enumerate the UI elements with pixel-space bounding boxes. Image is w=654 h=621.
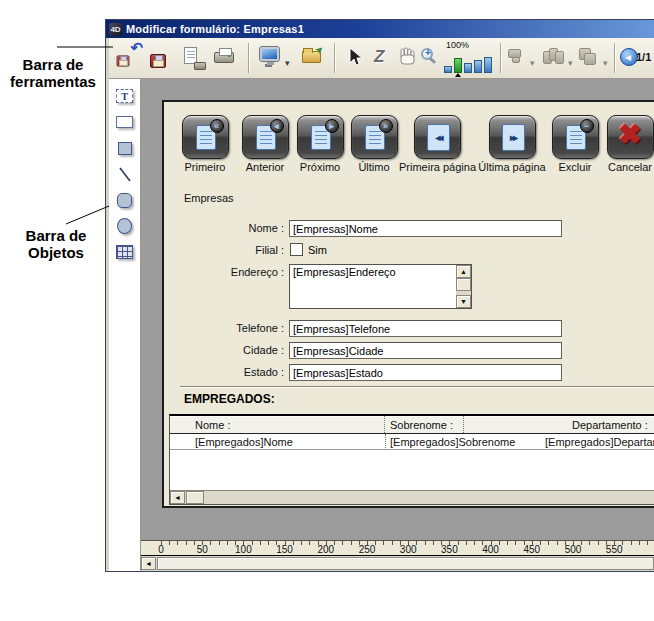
ruler-mark: 550 xyxy=(606,544,623,555)
app-icon-4d: 4D xyxy=(109,23,122,36)
toolbar-separator xyxy=(334,43,335,73)
ruler-mark: 400 xyxy=(482,544,499,555)
nav-button-label: Excluir xyxy=(549,161,601,173)
scrollbar-thumb[interactable] xyxy=(456,278,471,291)
ruler-mark: 500 xyxy=(565,544,582,555)
distribute-icon[interactable] xyxy=(541,45,565,71)
telefone-field[interactable] xyxy=(289,320,562,337)
pointer-icon[interactable] xyxy=(342,45,368,71)
nav-button-excluir[interactable]: − Excluir xyxy=(549,115,601,173)
save-icon[interactable] xyxy=(147,45,173,71)
page-first-icon: ◂◂ xyxy=(427,124,450,151)
nav-button-anterior[interactable]: ◂ Anterior xyxy=(240,115,290,173)
annotation-objects-line1: Barra de xyxy=(8,227,104,244)
scroll-left-icon[interactable] xyxy=(141,557,156,570)
toolbar: 100% 1/1 xyxy=(109,38,654,79)
nav-button-label: Anterior xyxy=(240,161,290,173)
ruler-mark: 450 xyxy=(523,544,540,555)
empregados-table-header: Nome : Sobrenome : Departamento : xyxy=(170,416,654,434)
object-bar: T xyxy=(109,79,141,571)
form-page[interactable]: « Primeiro ◂ Anterior ▸ Próximo » Últi xyxy=(162,100,654,508)
field-label: Nome : xyxy=(164,222,284,234)
layers-dropdown-icon[interactable] xyxy=(603,52,611,64)
titlebar[interactable]: 4D Modificar formulário: Empresas1 xyxy=(106,20,654,38)
distribute-dropdown-icon[interactable] xyxy=(568,52,576,64)
toolbar-separator xyxy=(248,43,249,73)
annotation-objects-line2: Objetos xyxy=(8,244,104,261)
open-folder-icon[interactable] xyxy=(300,45,326,71)
table-hscrollbar[interactable] xyxy=(170,490,654,504)
zoom-level-label: 100% xyxy=(446,40,469,50)
ruler-mark: 200 xyxy=(317,544,334,555)
ruler-mark: 350 xyxy=(441,544,458,555)
rectangle-tool[interactable] xyxy=(115,112,135,132)
annotation-toolbar: Barra de ferramentas xyxy=(0,56,106,90)
layers-icon[interactable] xyxy=(577,45,601,71)
empregados-table: Nome : Sobrenome : Departamento : [Empre… xyxy=(169,414,654,505)
entry-order-icon[interactable] xyxy=(368,45,394,71)
table-row: [Empregados]Nome [Empregados]Sobrenome [… xyxy=(170,434,654,450)
ruler-mark: 300 xyxy=(400,544,417,555)
endereco-field[interactable]: [Empresas]Endereço xyxy=(289,264,472,309)
scrollbar-thumb[interactable] xyxy=(157,557,654,570)
nome-field[interactable] xyxy=(289,220,562,237)
nav-button-primeiro[interactable]: « Primeiro xyxy=(180,115,230,173)
field-label: Filial : xyxy=(164,244,284,256)
annotation-toolbar-line1: Barra de xyxy=(0,56,106,73)
rounded-rectangle-tool[interactable] xyxy=(115,190,135,210)
scrollbar-thumb[interactable] xyxy=(186,491,204,504)
zoom-level-control[interactable]: 100% xyxy=(440,40,496,77)
print-icon[interactable] xyxy=(212,45,238,71)
cidade-field[interactable] xyxy=(289,342,562,359)
nav-button-label: Cancelar xyxy=(604,161,654,173)
annotation-toolbar-line2: ferramentas xyxy=(0,73,106,90)
field-label: Endereço : xyxy=(164,266,284,278)
scroll-left-icon[interactable] xyxy=(170,491,185,504)
column-header-nome[interactable]: Nome : xyxy=(170,416,385,433)
align-icon[interactable] xyxy=(507,45,527,71)
line-tool[interactable] xyxy=(115,164,135,184)
filled-rectangle-tool[interactable] xyxy=(115,138,135,158)
grid-tool[interactable] xyxy=(115,242,135,262)
cell-empregados-sobrenome[interactable]: [Empregados]Sobrenome xyxy=(390,436,515,448)
nav-button-label: Primeiro xyxy=(180,161,230,173)
display-mode-icon[interactable] xyxy=(258,45,284,71)
hand-icon[interactable] xyxy=(394,45,420,71)
nav-button-proximo[interactable]: ▸ Próximo xyxy=(295,115,345,173)
filial-checkbox[interactable] xyxy=(290,243,303,256)
cell-empregados-nome[interactable]: [Empregados]Nome xyxy=(195,436,293,448)
window-title: Modificar formulário: Empresas1 xyxy=(126,23,304,35)
nav-button-ultimo[interactable]: » Último xyxy=(349,115,399,173)
ruler-mark: 0 xyxy=(158,544,164,555)
align-dropdown-icon[interactable] xyxy=(530,52,538,64)
annotation-objects: Barra de Objetos xyxy=(8,227,104,261)
text-tool[interactable]: T xyxy=(115,86,135,106)
revert-icon[interactable] xyxy=(115,45,141,71)
nav-button-ultima-pagina[interactable]: ▸▸ Última página xyxy=(474,115,550,173)
display-mode-dropdown-icon[interactable] xyxy=(285,52,293,64)
estado-field[interactable] xyxy=(289,364,562,381)
cell-empregados-departamento[interactable]: [Empregados]Departamento xyxy=(545,436,654,448)
scroll-down-icon[interactable] xyxy=(456,295,471,308)
nav-button-label: Última página xyxy=(474,161,550,173)
scroll-up-icon[interactable] xyxy=(456,265,471,278)
horizontal-ruler: 0 50 100 150 200 250 300 350 400 450 500… xyxy=(141,540,654,556)
print-preview-icon[interactable] xyxy=(180,45,206,71)
toolbar-separator xyxy=(500,43,501,73)
field-label: Estado : xyxy=(164,366,284,378)
column-divider xyxy=(385,434,386,450)
ruler-mark: 250 xyxy=(359,544,376,555)
oval-tool[interactable] xyxy=(115,216,135,236)
filial-checkbox-label: Sim xyxy=(308,244,327,256)
nav-button-cancelar[interactable]: ✖ Cancelar xyxy=(604,115,654,173)
endereco-scrollbar[interactable] xyxy=(456,265,471,308)
nav-button-label: Último xyxy=(349,161,399,173)
nav-button-primeira-pagina[interactable]: ◂◂ Primeira página xyxy=(396,115,479,173)
field-label: Telefone : xyxy=(164,322,284,334)
column-header-departamento[interactable]: Departamento : xyxy=(464,416,654,433)
form-editor-window: 4D Modificar formulário: Empresas1 xyxy=(105,19,654,572)
window-hscrollbar[interactable] xyxy=(141,556,654,571)
ruler-mark: 150 xyxy=(276,544,293,555)
form-section-label: Empresas xyxy=(184,192,234,204)
column-header-sobrenome[interactable]: Sobrenome : xyxy=(385,416,464,433)
